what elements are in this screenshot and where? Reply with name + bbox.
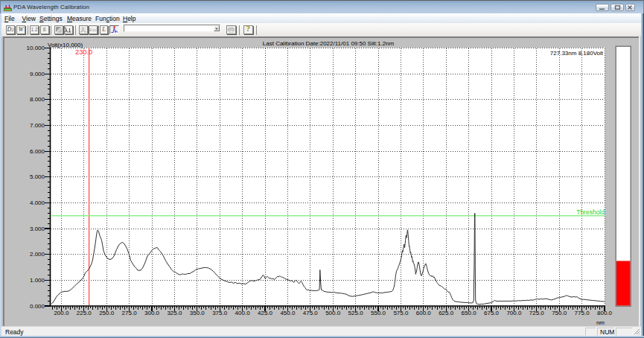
svg-text:4.000: 4.000 <box>30 200 45 206</box>
svg-text:1.000: 1.000 <box>30 277 45 284</box>
svg-text:350.0: 350.0 <box>190 310 205 316</box>
svg-text:nm: nm <box>596 319 605 326</box>
svg-text:800.0: 800.0 <box>597 310 613 316</box>
svg-text:450.0: 450.0 <box>280 310 296 316</box>
svg-text:8.000: 8.000 <box>30 96 45 103</box>
svg-text:200.0: 200.0 <box>54 310 69 316</box>
svg-text:600.0: 600.0 <box>416 310 432 316</box>
svg-text:225.0: 225.0 <box>77 310 92 316</box>
svg-text:425.0: 425.0 <box>258 310 273 316</box>
svg-text:750.0: 750.0 <box>552 310 567 316</box>
svg-text:275.0: 275.0 <box>122 310 138 316</box>
svg-text:700.0: 700.0 <box>506 310 522 316</box>
svg-text:5.000: 5.000 <box>30 173 45 180</box>
svg-text:727.33nm 8.180Volt: 727.33nm 8.180Volt <box>550 50 604 57</box>
svg-text:Threshold: Threshold <box>576 208 605 216</box>
svg-text:525.0: 525.0 <box>348 310 364 316</box>
svg-text:325.0: 325.0 <box>167 310 182 316</box>
svg-text:Volt(x10,000): Volt(x10,000) <box>48 42 83 48</box>
svg-text:775.0: 775.0 <box>575 310 590 316</box>
svg-text:625.0: 625.0 <box>439 310 454 316</box>
svg-text:500.0: 500.0 <box>325 310 341 316</box>
svg-text:6.000: 6.000 <box>30 148 45 155</box>
svg-text:0.000: 0.000 <box>30 303 45 310</box>
svg-text:375.0: 375.0 <box>212 310 228 316</box>
svg-text:475.0: 475.0 <box>303 310 319 316</box>
svg-text:Last Calibration Date:2022/11/: Last Calibration Date:2022/11/01 09:50 S… <box>263 40 395 47</box>
svg-text:250.0: 250.0 <box>99 310 115 316</box>
svg-text:650.0: 650.0 <box>462 310 477 316</box>
svg-text:230.0: 230.0 <box>75 48 92 56</box>
svg-text:575.0: 575.0 <box>393 310 409 316</box>
svg-text:300.0: 300.0 <box>144 310 160 316</box>
svg-text:400.0: 400.0 <box>235 310 251 316</box>
svg-text:10.000: 10.000 <box>27 45 45 51</box>
svg-text:550.0: 550.0 <box>371 310 386 316</box>
svg-text:3.000: 3.000 <box>30 226 45 232</box>
svg-text:9.000: 9.000 <box>30 71 45 77</box>
svg-text:7.000: 7.000 <box>30 122 45 129</box>
svg-text:2.000: 2.000 <box>30 251 45 258</box>
svg-text:675.0: 675.0 <box>484 310 500 316</box>
svg-text:725.0: 725.0 <box>529 310 545 316</box>
